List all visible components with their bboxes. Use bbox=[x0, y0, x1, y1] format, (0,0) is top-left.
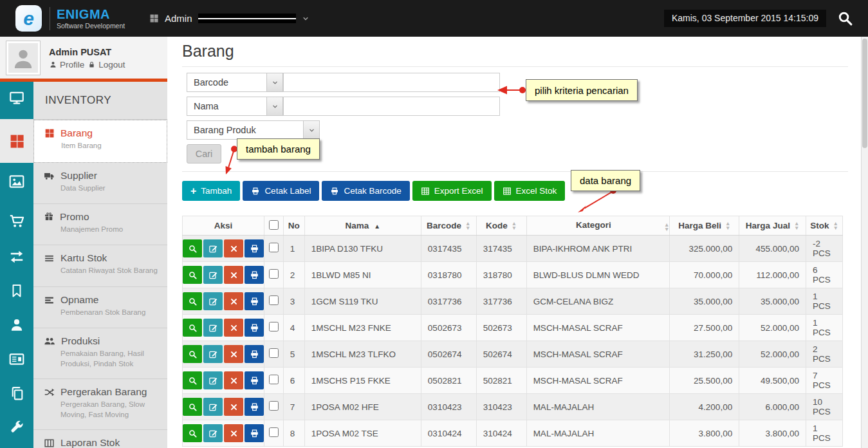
strip-item-cart[interactable] bbox=[0, 208, 33, 234]
row-checkbox[interactable] bbox=[269, 269, 279, 279]
print-button[interactable] bbox=[245, 398, 264, 416]
close-icon bbox=[230, 324, 238, 332]
criteria-select-2[interactable]: Nama bbox=[187, 97, 283, 116]
edit-button[interactable] bbox=[203, 424, 223, 442]
tambah-button[interactable]: + Tambah bbox=[182, 181, 240, 201]
strip-item-copy[interactable] bbox=[0, 380, 33, 406]
edit-button[interactable] bbox=[203, 398, 223, 416]
row-checkbox[interactable] bbox=[269, 401, 279, 411]
export-excel-button[interactable]: Export Excel bbox=[412, 181, 492, 201]
page-scrollbar[interactable] bbox=[861, 37, 868, 448]
column-header-nama[interactable]: Nama▲ bbox=[304, 216, 421, 236]
delete-button[interactable] bbox=[224, 398, 243, 416]
logout-link[interactable]: Logout bbox=[88, 60, 125, 70]
sidebar-item-barang[interactable]: Barang Item Barang bbox=[33, 120, 167, 163]
product-type-select[interactable]: Barang Produk bbox=[187, 120, 320, 140]
select-all-checkbox[interactable] bbox=[269, 220, 279, 230]
strip-item-bookmark[interactable] bbox=[0, 278, 33, 304]
row-checkbox[interactable] bbox=[269, 427, 279, 437]
criteria-select-1[interactable]: Barcode bbox=[187, 73, 283, 92]
cell-stok: 1 PCS bbox=[806, 420, 843, 447]
sidebar-item-laporan-stok[interactable]: Laporan Stok bbox=[33, 430, 167, 448]
delete-button[interactable] bbox=[224, 266, 243, 284]
excel-stok-button[interactable]: Excel Stok bbox=[494, 181, 566, 201]
view-button[interactable] bbox=[183, 239, 202, 257]
search-icon bbox=[188, 350, 198, 359]
view-button[interactable] bbox=[183, 345, 202, 363]
delete-button[interactable] bbox=[224, 239, 243, 257]
delete-button[interactable] bbox=[224, 424, 243, 442]
delete-button[interactable] bbox=[224, 319, 243, 337]
edit-button[interactable] bbox=[203, 266, 223, 284]
strip-item-image[interactable] bbox=[0, 169, 33, 194]
view-button[interactable] bbox=[183, 266, 202, 284]
sidebar-item-kartu-stok[interactable]: Kartu Stok Catatan Riwayat Stok Barang bbox=[33, 245, 167, 287]
delete-button[interactable] bbox=[224, 292, 243, 310]
column-header-stok[interactable]: Stok▲▼ bbox=[806, 216, 843, 236]
view-button[interactable] bbox=[183, 292, 202, 310]
row-checkbox[interactable] bbox=[269, 243, 279, 252]
row-checkbox[interactable] bbox=[269, 348, 279, 358]
search-icon bbox=[188, 402, 198, 412]
search-icon[interactable] bbox=[836, 10, 854, 27]
cell-harga-beli: 35.000,00 bbox=[670, 288, 739, 315]
edit-button[interactable] bbox=[203, 319, 223, 337]
print-button[interactable] bbox=[245, 345, 264, 363]
close-icon bbox=[230, 429, 238, 438]
strip-item-form[interactable] bbox=[0, 346, 33, 372]
cetak-label-button[interactable]: Cetak Label bbox=[243, 181, 319, 201]
sidebar-item-promo[interactable]: Promo Manajemen Promo bbox=[33, 204, 167, 245]
cell-kategori: MSCH-MASAL SCRAF bbox=[526, 341, 670, 368]
row-actions bbox=[183, 319, 264, 337]
print-button[interactable] bbox=[245, 266, 264, 284]
tambah-label: Tambah bbox=[201, 186, 232, 196]
delete-button[interactable] bbox=[224, 371, 243, 389]
edit-button[interactable] bbox=[203, 292, 223, 310]
print-button[interactable] bbox=[245, 239, 264, 257]
print-button[interactable] bbox=[245, 424, 264, 442]
strip-item-wrench[interactable] bbox=[0, 415, 33, 440]
view-button[interactable] bbox=[183, 424, 202, 442]
printer-icon bbox=[330, 187, 339, 196]
edit-button[interactable] bbox=[203, 345, 223, 363]
scrollbar-thumb[interactable] bbox=[862, 39, 867, 148]
sidebar-item-produksi[interactable]: Produksi Pemakaian Barang, Hasil Produks… bbox=[33, 328, 167, 379]
column-header-harga-beli[interactable]: Harga Beli▲▼ bbox=[670, 216, 739, 236]
view-button[interactable] bbox=[183, 319, 202, 337]
view-button[interactable] bbox=[183, 398, 202, 416]
strip-item-transfer[interactable] bbox=[0, 244, 33, 270]
search-input-1[interactable] bbox=[283, 73, 500, 92]
delete-button[interactable] bbox=[224, 345, 243, 363]
profile-link[interactable]: Profile bbox=[49, 60, 84, 70]
sidebar-item-supplier[interactable]: Supplier Data Supplier bbox=[33, 163, 167, 204]
sidebar-item-opname[interactable]: Opname Pembenaran Stok Barang bbox=[33, 287, 167, 328]
row-checkbox[interactable] bbox=[269, 295, 279, 305]
user-icon bbox=[49, 61, 57, 69]
print-button[interactable] bbox=[245, 371, 264, 389]
cari-button[interactable]: Cari bbox=[187, 144, 221, 163]
edit-button[interactable] bbox=[203, 371, 223, 389]
excel-stok-label: Excel Stok bbox=[516, 186, 557, 196]
search-input-2[interactable] bbox=[283, 97, 500, 116]
sidebar-item-pergerakan[interactable]: Pergerakan Barang Pergerakan Barang, Slo… bbox=[33, 379, 167, 430]
view-button[interactable] bbox=[183, 371, 202, 389]
strip-item-barang[interactable] bbox=[0, 128, 33, 154]
cetak-barcode-button[interactable]: Cetak Barcode bbox=[322, 181, 409, 201]
print-button[interactable] bbox=[245, 319, 264, 337]
cell-stok: 10 PCS bbox=[806, 394, 843, 420]
cell-no: 3 bbox=[283, 288, 304, 315]
cell-stok: 1 PCS bbox=[806, 315, 843, 341]
column-header-barcode[interactable]: Barcode▲▼ bbox=[421, 216, 476, 236]
strip-item-monitor[interactable] bbox=[0, 85, 33, 111]
column-header-kode[interactable]: Kode▲▼ bbox=[476, 216, 526, 236]
column-header-harga-jual[interactable]: Harga Jual▲▼ bbox=[739, 216, 806, 236]
strip-item-user[interactable] bbox=[0, 312, 33, 338]
row-actions bbox=[183, 266, 264, 284]
row-checkbox[interactable] bbox=[269, 375, 279, 384]
row-checkbox[interactable] bbox=[269, 322, 279, 331]
column-header-kategori[interactable]: Kategori▲▼ bbox=[526, 216, 670, 236]
print-button[interactable] bbox=[245, 292, 264, 310]
admin-menu[interactable]: Admin bbox=[149, 0, 309, 37]
sort-icon: ▲▼ bbox=[794, 221, 799, 230]
edit-button[interactable] bbox=[203, 239, 223, 257]
